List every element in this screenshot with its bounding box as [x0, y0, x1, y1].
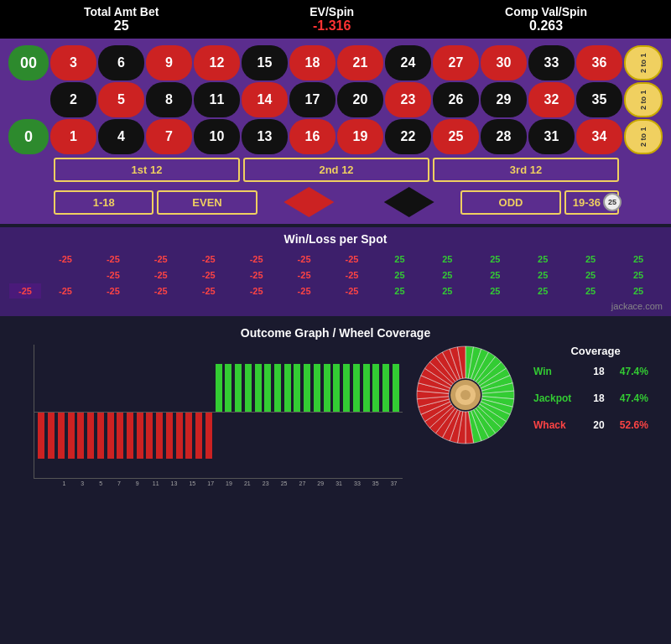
wheel-hub-center: [460, 390, 471, 400]
x-label-9: 9: [128, 480, 146, 486]
second-dozen[interactable]: 2nd 12: [243, 158, 429, 182]
num-23[interactable]: 23: [385, 82, 431, 117]
wl-row-1: -25 -25 -25 -25 -25 -25 -25 25 25 25 25 …: [9, 252, 662, 267]
wl-r3c8: 25: [376, 283, 423, 299]
num-3[interactable]: 3: [50, 45, 96, 80]
coverage-title: Coverage: [528, 345, 663, 357]
num-30[interactable]: 30: [481, 45, 527, 80]
cov-jackpot-val: 18: [588, 389, 615, 408]
num-31[interactable]: 31: [528, 119, 575, 154]
num-9[interactable]: 9: [146, 45, 192, 80]
num-10[interactable]: 10: [194, 119, 240, 154]
wl-r3c2: -25: [90, 283, 137, 299]
ev-spin-label: EV/Spin: [309, 5, 354, 18]
num-28[interactable]: 28: [481, 119, 527, 154]
wl-r1c11: 25: [519, 252, 566, 267]
black-diamond[interactable]: [384, 187, 434, 217]
two-to-one-top[interactable]: 2 to 1: [624, 45, 663, 80]
num-7[interactable]: 7: [146, 119, 192, 154]
num-5[interactable]: 5: [98, 82, 144, 117]
num-4[interactable]: 4: [98, 119, 144, 154]
wl-r2c5: -25: [233, 267, 280, 283]
bet-even[interactable]: EVEN: [157, 190, 257, 215]
num-25[interactable]: 25: [433, 119, 479, 154]
num-29[interactable]: 29: [481, 82, 527, 117]
num-20[interactable]: 20: [337, 82, 383, 117]
cov-whack-val: 20: [588, 416, 615, 434]
bet-19-36[interactable]: 19-36 25: [564, 190, 619, 215]
wl-r1c9: 25: [424, 252, 471, 267]
num-1[interactable]: 1: [50, 119, 96, 154]
wl-r1c7: -25: [329, 252, 376, 267]
num-11[interactable]: 11: [194, 82, 240, 117]
num-15[interactable]: 15: [242, 45, 288, 80]
num-33[interactable]: 33: [528, 45, 575, 80]
num-12[interactable]: 12: [194, 45, 240, 80]
wl-r1c12: 25: [567, 252, 614, 267]
num-34[interactable]: 34: [576, 119, 622, 154]
num-2[interactable]: 2: [50, 82, 96, 117]
dozen-row: 1st 12 2nd 12 3rd 12: [8, 158, 663, 182]
wl-r2c11: 25: [519, 267, 566, 283]
num-35[interactable]: 35: [576, 82, 622, 117]
num-21[interactable]: 21: [337, 45, 383, 80]
wl-r2c6: -25: [281, 267, 328, 283]
num-16[interactable]: 16: [289, 119, 336, 154]
num-14[interactable]: 14: [242, 82, 288, 117]
cov-jackpot-pct: 47.4%: [615, 389, 663, 408]
num-6[interactable]: 6: [98, 45, 144, 80]
third-dozen[interactable]: 3rd 12: [433, 158, 619, 182]
x-label-3: 3: [74, 480, 91, 486]
wl-r1c2: -25: [90, 252, 137, 267]
num-36[interactable]: 36: [576, 45, 622, 80]
num-22[interactable]: 22: [385, 119, 431, 154]
wl-r1c3: -25: [138, 252, 185, 267]
bet-1-18[interactable]: 1-18: [54, 190, 153, 215]
num-26[interactable]: 26: [433, 82, 479, 117]
number-row-1: 3 6 9 12 15 18 21 24 27 30 33 36: [50, 45, 622, 80]
double-zero[interactable]: 00: [8, 45, 49, 80]
x-label-7: 7: [111, 480, 128, 486]
x-label-33: 33: [349, 480, 367, 486]
num-18[interactable]: 18: [289, 45, 336, 80]
num-17[interactable]: 17: [289, 82, 336, 117]
wl-r1c5: -25: [233, 252, 280, 267]
two-to-one-mid[interactable]: 2 to 1: [624, 82, 663, 117]
num-19[interactable]: 19: [337, 119, 383, 154]
x-label-19: 19: [221, 480, 238, 486]
wl-r2c8: 25: [376, 267, 423, 283]
red-diamond[interactable]: [283, 187, 334, 217]
outcome-title: Outcome Graph / Wheel Coverage: [8, 326, 663, 340]
wl-r2c1: [42, 267, 89, 283]
cov-whack-row: Whack 20 52.6%: [528, 416, 663, 434]
num-24[interactable]: 24: [385, 45, 431, 80]
cov-spacer2: [528, 408, 663, 416]
num-27[interactable]: 27: [433, 45, 479, 80]
wl-r3c13: 25: [615, 283, 662, 299]
coverage-area: Coverage Win 18 47.4% Jackpot 18 47.4% W…: [528, 345, 663, 434]
zero-line: [34, 412, 403, 413]
num-32[interactable]: 32: [528, 82, 575, 117]
chip-19-36[interactable]: 25: [603, 193, 622, 211]
two-to-one-column: 2 to 1 2 to 1 2 to 1: [624, 45, 663, 154]
cov-win-val: 18: [588, 362, 615, 381]
roulette-table: 00 0 3 6 9 12 15 18 21 24 27 30 3: [8, 45, 663, 217]
x-label-1: 1: [55, 480, 73, 486]
num-8[interactable]: 8: [146, 82, 192, 117]
wl-r1c4: -25: [185, 252, 232, 267]
wl-r3c4: -25: [185, 283, 232, 299]
two-to-one-bot[interactable]: 2 to 1: [624, 119, 663, 154]
single-zero[interactable]: 0: [8, 119, 49, 154]
first-dozen[interactable]: 1st 12: [54, 158, 240, 182]
bet-odd[interactable]: ODD: [460, 190, 560, 215]
cov-whack-pct: 52.6%: [615, 416, 663, 434]
wl-r2c7: -25: [329, 267, 376, 283]
x-label-27: 27: [294, 480, 311, 486]
ev-spin-col: EV/Spin -1.316: [309, 5, 354, 34]
cov-win-row: Win 18 47.4%: [528, 362, 663, 381]
comp-val-col: Comp Val/Spin 0.263: [505, 5, 587, 34]
x-label-15: 15: [184, 480, 201, 486]
x-label-17: 17: [202, 480, 220, 486]
num-13[interactable]: 13: [242, 119, 288, 154]
wl-r2c4: -25: [185, 267, 232, 283]
